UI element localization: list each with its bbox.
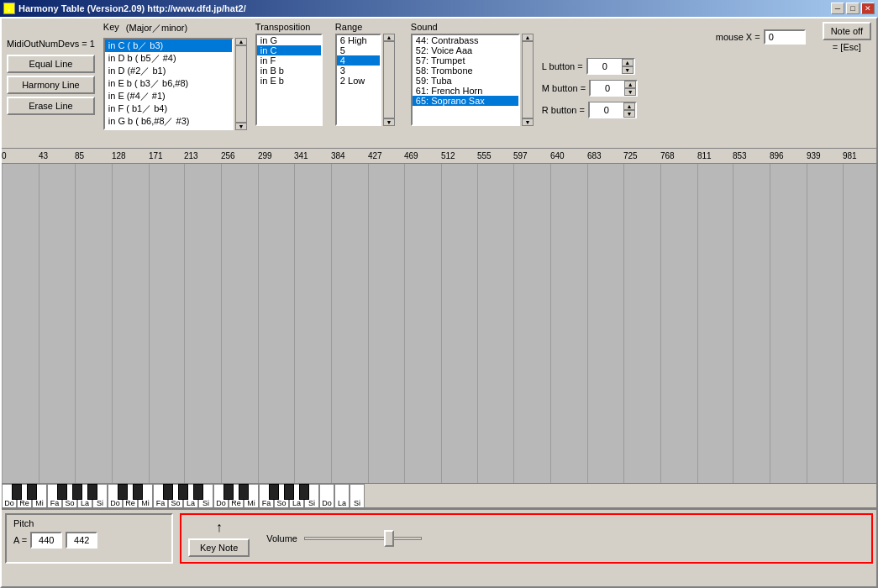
black-key-oct1-4[interactable] — [193, 484, 203, 500]
ruler-mark-17: 725 — [623, 151, 638, 160]
sound-listbox[interactable]: 44: Contrabass 52: Voice Aaa 57: Trumpet… — [411, 34, 520, 126]
key-item-2[interactable]: in D (#2／ b1) — [105, 65, 232, 77]
equal-line-button[interactable]: Equal Line — [7, 55, 95, 73]
key-item-3[interactable]: in E b ( b3／ b6,#8) — [105, 77, 232, 90]
trans-item-0[interactable]: in G — [257, 35, 321, 45]
mouse-x-value: 0 — [765, 32, 777, 42]
sound-item-2[interactable]: 57: Trumpet — [413, 55, 518, 66]
black-key-oct0-1[interactable] — [27, 484, 37, 500]
sound-item-4[interactable]: 59: Tuba — [413, 76, 518, 86]
key-item-6[interactable]: in G b ( b6,#8／ #3) — [105, 115, 232, 128]
grid-line-23 — [843, 164, 844, 483]
left-section: MidiOutNumDevs = 1 Equal Line Harmony Li… — [7, 22, 95, 115]
black-key-oct2-1[interactable] — [239, 484, 249, 500]
range-scroll-down[interactable]: ▼ — [383, 118, 395, 126]
m-button-up[interactable]: ▲ — [624, 81, 636, 88]
r-button-up[interactable]: ▲ — [623, 102, 635, 110]
ruler-mark-23: 981 — [843, 151, 857, 160]
piano-roll[interactable] — [2, 164, 876, 483]
black-key-oct0-0[interactable] — [12, 484, 22, 500]
sound-item-5[interactable]: 61: French Horn — [413, 86, 518, 96]
black-key-oct0-2[interactable] — [57, 484, 67, 500]
pitch-input-1[interactable] — [30, 532, 62, 549]
range-item-0[interactable]: 6 High — [337, 35, 380, 45]
key-item-4[interactable]: in E (#4／ #1) — [105, 90, 232, 102]
key-scroll-up[interactable]: ▲ — [235, 38, 247, 45]
black-key-oct0-3[interactable] — [72, 484, 82, 500]
ruler-mark-9: 384 — [331, 151, 345, 160]
black-key-oct2-3[interactable] — [284, 484, 294, 500]
l-button-down[interactable]: ▼ — [622, 66, 634, 74]
arrow-up: ↑ — [216, 520, 223, 535]
l-button-spinbox[interactable]: ▲ ▼ — [586, 58, 635, 75]
black-key-oct0-4[interactable] — [87, 484, 97, 500]
maximize-button[interactable]: □ — [846, 3, 860, 14]
harmony-line-button[interactable]: Harmony Line — [7, 76, 95, 94]
r-button-spinbox[interactable]: ▲ ▼ — [588, 102, 637, 118]
ruler-mark-15: 640 — [550, 151, 565, 160]
key-item-0[interactable]: in C ( b／ b3) — [105, 39, 232, 52]
sound-label: Sound — [411, 22, 534, 32]
grid-line-13 — [477, 164, 478, 483]
ruler-mark-3: 128 — [112, 151, 126, 160]
controls-area: MidiOutNumDevs = 1 Equal Line Harmony Li… — [2, 18, 876, 149]
key-item-5[interactable]: in F ( b1／ b4) — [105, 102, 232, 115]
grid-line-6 — [221, 164, 222, 483]
erase-line-button[interactable]: Erase Line — [7, 97, 95, 115]
trans-item-1[interactable]: in C — [257, 45, 321, 55]
black-key-oct1-0[interactable] — [118, 484, 128, 500]
range-listbox[interactable]: 6 High 5 4 3 2 Low — [335, 34, 381, 126]
black-key-oct1-3[interactable] — [178, 484, 188, 500]
range-label: Range — [335, 22, 402, 32]
trans-item-2[interactable]: in F — [257, 55, 321, 66]
key-item-1[interactable]: in D b ( b5／ #4) — [105, 52, 232, 65]
pitch-input-2[interactable] — [66, 532, 97, 549]
piano-keyboard[interactable]: DoReMiFaSoLaSiDoReMiFaSoLaSiDoReMiFaSoLa… — [2, 483, 876, 508]
m-button-spinbox[interactable]: ▲ ▼ — [589, 80, 638, 97]
l-button-up[interactable]: ▲ — [622, 59, 634, 66]
range-scroll-up[interactable]: ▲ — [383, 34, 395, 41]
range-item-2[interactable]: 4 — [337, 55, 380, 66]
white-key-extra-2[interactable]: Si — [350, 484, 365, 508]
ruler-mark-20: 853 — [733, 151, 747, 160]
sound-item-0[interactable]: 44: Contrabass — [413, 35, 518, 45]
black-key-oct2-4[interactable] — [299, 484, 309, 500]
black-key-oct1-1[interactable] — [133, 484, 143, 500]
m-button-input[interactable] — [591, 81, 624, 96]
minimize-button[interactable]: ─ — [831, 3, 844, 14]
r-button-input[interactable] — [590, 102, 623, 118]
grid-line-0 — [2, 164, 3, 483]
key-listbox[interactable]: in C ( b／ b3) in D b ( b5／ #4) in D (#2／… — [103, 38, 234, 130]
grid-line-18 — [660, 164, 661, 483]
range-item-3[interactable]: 3 — [337, 66, 380, 76]
sound-section: Sound 44: Contrabass 52: Voice Aaa 57: T… — [411, 22, 534, 126]
ruler-mark-4: 171 — [149, 151, 163, 160]
transposition-listbox[interactable]: in G in C in F in B b in E b — [255, 34, 323, 126]
grid-line-16 — [587, 164, 588, 483]
sound-item-6[interactable]: 65: Soprano Sax — [413, 96, 518, 106]
sound-item-1[interactable]: 52: Voice Aaa — [413, 45, 518, 55]
r-button-down[interactable]: ▼ — [623, 110, 635, 118]
black-key-oct2-0[interactable] — [223, 484, 234, 500]
app-icon: ♩ — [3, 3, 15, 14]
volume-slider[interactable] — [304, 537, 422, 540]
sound-item-3[interactable]: 58: Trombone — [413, 66, 518, 76]
trans-item-3[interactable]: in B b — [257, 66, 321, 76]
note-off-button[interactable]: Note off — [823, 22, 871, 40]
white-key-extra-0[interactable]: Do — [319, 484, 334, 508]
title-bar: ♩ Harmony Table (Version2.09) http://www… — [0, 0, 878, 17]
close-button[interactable]: ✕ — [861, 3, 875, 14]
key-note-button[interactable]: Key Note — [188, 538, 250, 557]
sound-scroll-down[interactable]: ▼ — [522, 118, 534, 126]
l-button-input[interactable] — [588, 59, 622, 74]
sound-scroll-up[interactable]: ▲ — [522, 34, 534, 41]
grid-line-22 — [807, 164, 807, 483]
black-key-oct2-2[interactable] — [269, 484, 279, 500]
m-button-down[interactable]: ▼ — [624, 88, 636, 96]
range-item-1[interactable]: 5 — [337, 45, 380, 55]
key-scroll-down[interactable]: ▼ — [235, 123, 247, 130]
white-key-extra-1[interactable]: La — [334, 484, 350, 508]
black-key-oct1-2[interactable] — [163, 484, 173, 500]
range-item-4[interactable]: 2 Low — [337, 76, 380, 86]
trans-item-4[interactable]: in E b — [257, 76, 321, 86]
